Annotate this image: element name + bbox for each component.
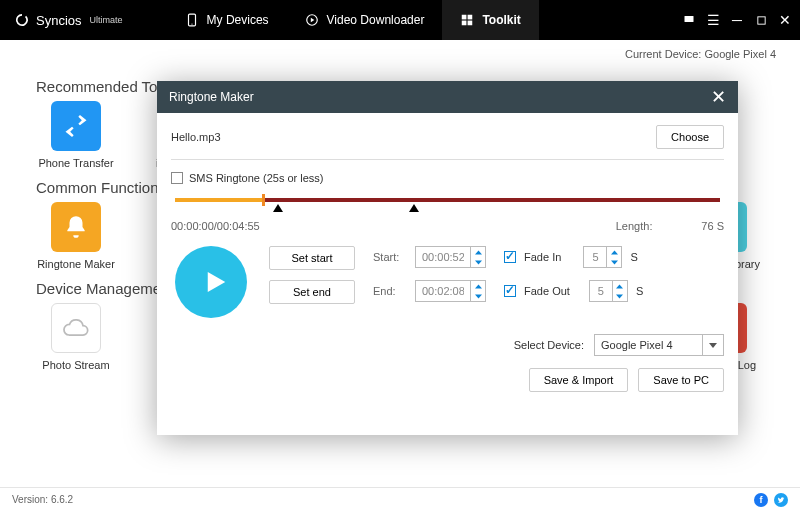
current-device: Current Device: Google Pixel 4: [0, 40, 800, 64]
playback-position: 00:00:00/00:04:55: [171, 220, 260, 232]
start-field[interactable]: [416, 247, 470, 267]
start-input[interactable]: [415, 246, 486, 268]
file-name: Hello.mp3: [171, 131, 221, 143]
svg-rect-6: [468, 21, 473, 26]
svg-point-1: [191, 24, 192, 25]
slider-playhead[interactable]: [262, 194, 265, 206]
nav-label: Toolkit: [482, 13, 520, 27]
tile-photo-stream[interactable]: Photo Stream: [36, 303, 116, 371]
svg-rect-3: [462, 15, 467, 20]
fade-in-checkbox[interactable]: [504, 251, 516, 263]
play-button[interactable]: [175, 246, 247, 318]
start-row: Start:: [373, 246, 486, 268]
nav-video-downloader[interactable]: Video Downloader: [287, 0, 443, 40]
feedback-icon[interactable]: [682, 13, 696, 27]
footer: Version: 6.6.2 f: [0, 487, 800, 511]
window-controls: ☰ ─ ✕: [682, 0, 792, 40]
brand: Syncios Ultimate: [0, 12, 137, 28]
action-row: Save & Import Save to PC: [171, 368, 724, 392]
maximize-icon[interactable]: [754, 13, 768, 27]
sms-ringtone-row: SMS Ringtone (25s or less): [171, 172, 724, 184]
length-label: Length:: [616, 220, 653, 232]
main-nav: My Devices Video Downloader Toolkit: [167, 0, 539, 40]
dialog-body: Hello.mp3 Choose SMS Ringtone (25s or le…: [157, 113, 738, 435]
version-label: Version:: [12, 494, 48, 505]
slider-selection: [262, 198, 720, 202]
device-select[interactable]: Google Pixel 4: [594, 334, 724, 356]
choose-button[interactable]: Choose: [656, 125, 724, 149]
brand-edition: Ultimate: [90, 15, 123, 25]
spin-down-icon[interactable]: [471, 291, 485, 301]
ringtone-maker-dialog: Ringtone Maker ✕ Hello.mp3 Choose SMS Ri…: [157, 81, 738, 435]
dialog-header[interactable]: Ringtone Maker ✕: [157, 81, 738, 113]
tile-ringtone-maker[interactable]: Ringtone Maker: [36, 202, 116, 270]
end-input[interactable]: [415, 280, 486, 302]
close-icon[interactable]: ✕: [711, 88, 726, 106]
bell-icon: [51, 202, 101, 252]
phone-icon: [185, 13, 199, 27]
twitter-icon[interactable]: [774, 493, 788, 507]
spin-up-icon[interactable]: [471, 247, 485, 257]
dialog-title: Ringtone Maker: [169, 90, 254, 104]
spin-up-icon[interactable]: [471, 281, 485, 291]
spin-up-icon[interactable]: [613, 281, 627, 291]
start-label: Start:: [373, 251, 407, 263]
fade-out-seconds[interactable]: [589, 280, 628, 302]
svg-rect-7: [685, 16, 694, 22]
nav-label: My Devices: [207, 13, 269, 27]
sms-label: SMS Ringtone (25s or less): [189, 172, 324, 184]
end-marker-icon[interactable]: [409, 204, 419, 212]
tile-phone-transfer[interactable]: Phone Transfer: [36, 101, 116, 169]
svg-rect-8: [757, 16, 764, 23]
nav-label: Video Downloader: [327, 13, 425, 27]
end-field[interactable]: [416, 281, 470, 301]
spin-up-icon[interactable]: [607, 247, 621, 257]
minimize-icon[interactable]: ─: [730, 13, 744, 27]
spin-down-icon[interactable]: [613, 291, 627, 301]
save-import-button[interactable]: Save & Import: [529, 368, 629, 392]
set-end-button[interactable]: Set end: [269, 280, 355, 304]
play-circle-icon: [305, 13, 319, 27]
brand-name: Syncios: [36, 13, 82, 28]
svg-rect-4: [468, 15, 473, 20]
version-value: 6.6.2: [51, 494, 73, 505]
device-select-value: Google Pixel 4: [601, 339, 673, 351]
fade-in-field[interactable]: [584, 247, 606, 267]
length-value: 76 S: [701, 220, 724, 232]
cloud-icon: [51, 303, 101, 353]
seconds-unit: S: [636, 285, 643, 297]
fade-in-seconds[interactable]: [583, 246, 622, 268]
fade-out-label: Fade Out: [524, 285, 570, 297]
fade-in-label: Fade In: [524, 251, 561, 263]
fade-in-row: Fade In S: [504, 246, 643, 268]
sms-checkbox[interactable]: [171, 172, 183, 184]
file-row: Hello.mp3 Choose: [171, 125, 724, 160]
save-pc-button[interactable]: Save to PC: [638, 368, 724, 392]
transfer-icon: [51, 101, 101, 151]
svg-rect-5: [462, 21, 467, 26]
spin-down-icon[interactable]: [471, 257, 485, 267]
nav-toolkit[interactable]: Toolkit: [442, 0, 538, 40]
slider-played: [175, 198, 262, 202]
app-logo-icon: [14, 12, 30, 28]
fade-out-field[interactable]: [590, 281, 612, 301]
facebook-icon[interactable]: f: [754, 493, 768, 507]
trim-slider[interactable]: [175, 194, 720, 214]
close-icon[interactable]: ✕: [778, 13, 792, 27]
spin-down-icon[interactable]: [607, 257, 621, 267]
fade-out-checkbox[interactable]: [504, 285, 516, 297]
set-start-button[interactable]: Set start: [269, 246, 355, 270]
title-bar: Syncios Ultimate My Devices Video Downlo…: [0, 0, 800, 40]
grid-icon: [460, 13, 474, 27]
select-device-label: Select Device:: [514, 339, 584, 351]
chevron-down-icon: [702, 335, 717, 355]
play-icon: [199, 267, 229, 297]
start-marker-icon[interactable]: [273, 204, 283, 212]
controls-row: Set start Set end Start: End:: [171, 246, 724, 318]
menu-icon[interactable]: ☰: [706, 13, 720, 27]
footer-social: f: [754, 493, 788, 507]
seconds-unit: S: [630, 251, 637, 263]
end-row: End:: [373, 280, 486, 302]
nav-my-devices[interactable]: My Devices: [167, 0, 287, 40]
time-row: 00:00:00/00:04:55 Length: 76 S: [171, 220, 724, 232]
